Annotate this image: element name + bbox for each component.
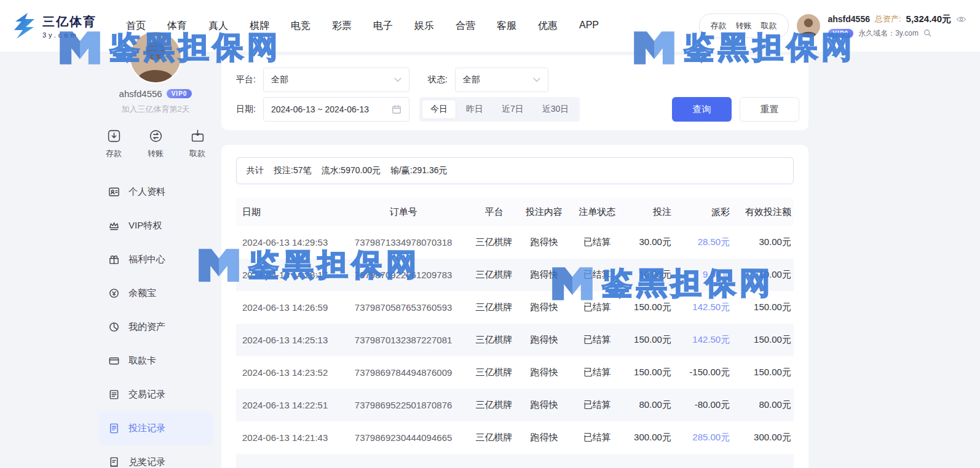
search-button[interactable]: 查询	[672, 97, 732, 122]
table-row: 2024-06-13 14:23:52 7379869784494876009 …	[236, 356, 794, 389]
sidebar-vip-badge: VIP0	[167, 89, 192, 98]
vip-badge: VIP0	[828, 29, 854, 38]
assets-label: 总资产:	[875, 14, 901, 25]
platform-select[interactable]: 全部	[263, 68, 409, 92]
header-valid: 有效投注额	[732, 206, 794, 218]
nav-item-app[interactable]: APP	[579, 20, 599, 33]
sidebar-item-vip[interactable]: VIP特权	[98, 209, 213, 243]
cell-valid: 300.00元	[732, 432, 794, 443]
platform-label: 平台:	[236, 74, 256, 85]
quick-range-yesterday[interactable]: 昨日	[457, 99, 492, 119]
reset-button[interactable]: 重置	[740, 97, 799, 122]
cell-status: 已结算	[571, 334, 623, 346]
sidebar-username: ahsfd4556	[119, 88, 162, 99]
cell-status: 已结算	[571, 367, 623, 378]
table-row: 2024-06-13 14:26:59 7379870587653760593 …	[236, 291, 794, 324]
quick-range-7days[interactable]: 近7日	[493, 99, 532, 119]
cell-valid: 80.00元	[732, 399, 794, 411]
sidebar-item-label: VIP特权	[128, 220, 162, 232]
sidebar-item-label: 个人资料	[128, 186, 165, 198]
cell-platform: 三亿棋牌	[470, 269, 518, 281]
table-row: 2024-06-13 14:22:51 7379869522501870876 …	[236, 389, 794, 421]
sidebar-menu: 个人资料 VIP特权 福利中心 余额宝	[98, 175, 213, 468]
nav-item-service[interactable]: 客服	[497, 20, 516, 33]
nav-item-sports[interactable]: 体育	[167, 20, 187, 33]
filter-panel: 平台: 全部 状态: 全部 日期: 2024-06-13 ~ 2024-06-1…	[221, 55, 808, 130]
sidebar-item-welfare[interactable]: 福利中心	[98, 243, 213, 276]
sidebar-item-assets[interactable]: 我的资产	[98, 310, 213, 344]
cell-order: 7379869522501870876	[336, 400, 470, 410]
quick-range-30days[interactable]: 近30日	[534, 99, 578, 119]
cell-bet: 10.00元	[623, 269, 674, 281]
nav-item-chess[interactable]: 棋牌	[250, 20, 269, 33]
status-select[interactable]: 全部	[455, 68, 548, 92]
cell-content: 跑得快	[518, 236, 571, 248]
profile-avatar	[130, 32, 181, 82]
cell-content: 跑得快	[518, 432, 571, 443]
sidebar-item-transactions[interactable]: 交易记录	[98, 378, 213, 411]
table-row: 2024-06-13 14:21:43 7379869230444094665 …	[236, 421, 794, 454]
sidebar-item-label: 福利中心	[128, 254, 165, 265]
avatar-image	[797, 14, 820, 37]
cell-order: 7379870587653760593	[336, 302, 470, 313]
quick-action-deposit[interactable]: 存款	[106, 128, 122, 159]
summary-prefix: 共计	[247, 165, 264, 176]
cell-date: 2024-06-13 14:28:17	[236, 270, 336, 280]
cell-status: 已结算	[571, 302, 623, 313]
quick-action-label: 取款	[189, 148, 205, 159]
summary-bets: 投注:57笔	[274, 165, 311, 176]
nav-item-entertainment[interactable]: 娱乐	[414, 20, 434, 33]
chevron-down-icon	[394, 77, 401, 82]
joined-days-text: 加入三亿体育第2天	[98, 104, 213, 115]
table-row-partial	[236, 454, 794, 468]
withdraw-link[interactable]: 取款	[761, 20, 777, 31]
sidebar-item-redeem-records[interactable]: 兑奖记录	[98, 445, 213, 468]
profile-icon	[108, 186, 120, 198]
cell-status: 已结算	[571, 399, 623, 411]
cell-bet: 80.00元	[623, 399, 674, 411]
username: ahsfd4556	[828, 14, 870, 24]
eye-icon[interactable]	[956, 14, 966, 25]
header-date: 日期	[236, 206, 336, 218]
quick-range-today[interactable]: 今日	[422, 99, 456, 119]
nav-item-slots[interactable]: 电子	[373, 20, 393, 33]
cell-date: 2024-06-13 14:26:59	[236, 302, 336, 313]
chevron-down-icon	[533, 77, 540, 82]
cell-platform: 三亿棋牌	[470, 432, 518, 443]
sidebar-item-withdraw-card[interactable]: 取款卡	[98, 344, 213, 378]
cell-valid: 150.00元	[732, 334, 794, 346]
brand-name: 三亿体育	[42, 14, 97, 30]
user-line-2: VIP0 永久域名：3y.com	[828, 28, 967, 39]
user-meta: ahsfd4556 总资产: 5,324.40元 VIP0 永久域名：3y.co…	[828, 14, 967, 39]
user-avatar[interactable]	[797, 14, 820, 37]
transfer-link[interactable]: 转账	[736, 20, 752, 31]
cell-date: 2024-06-13 14:29:53	[236, 237, 336, 248]
brand-logo[interactable]: 三亿体育 3y.com	[12, 12, 97, 39]
status-label: 状态:	[428, 74, 448, 85]
cell-valid: 150.00元	[732, 367, 794, 378]
nav-item-promo[interactable]: 优惠	[538, 20, 558, 33]
quick-action-transfer[interactable]: 转账	[148, 128, 164, 159]
summary-turnover: 流水:5970.00元	[321, 165, 381, 176]
cell-date: 2024-06-13 14:23:52	[236, 367, 336, 378]
date-range-picker[interactable]: 2024-06-13 ~ 2024-06-13	[263, 97, 409, 122]
gift-icon	[108, 254, 120, 265]
cell-platform: 三亿棋牌	[470, 367, 518, 378]
cell-bet: 150.00元	[623, 302, 674, 313]
nav-item-lottery[interactable]: 彩票	[332, 20, 352, 33]
cell-status: 已结算	[571, 269, 623, 281]
summary-winloss: 输/赢:291.36元	[390, 165, 448, 176]
sidebar-item-yuebao[interactable]: 余额宝	[98, 276, 213, 310]
cell-date: 2024-06-13 14:21:43	[236, 432, 336, 443]
sidebar-item-label: 取款卡	[128, 355, 156, 367]
nav-item-esports[interactable]: 电竞	[291, 20, 310, 33]
nav-item-joint[interactable]: 合营	[456, 20, 475, 33]
deposit-link[interactable]: 存款	[711, 20, 727, 31]
nav-item-live[interactable]: 真人	[208, 20, 228, 33]
sidebar-item-bet-records[interactable]: 投注记录	[98, 411, 213, 445]
nav-item-home[interactable]: 首页	[126, 20, 146, 33]
vip-crown-icon	[108, 220, 120, 232]
sidebar-item-profile[interactable]: 个人资料	[98, 175, 213, 209]
quick-action-withdraw[interactable]: 取款	[189, 128, 205, 159]
search-icon[interactable]	[923, 29, 932, 37]
